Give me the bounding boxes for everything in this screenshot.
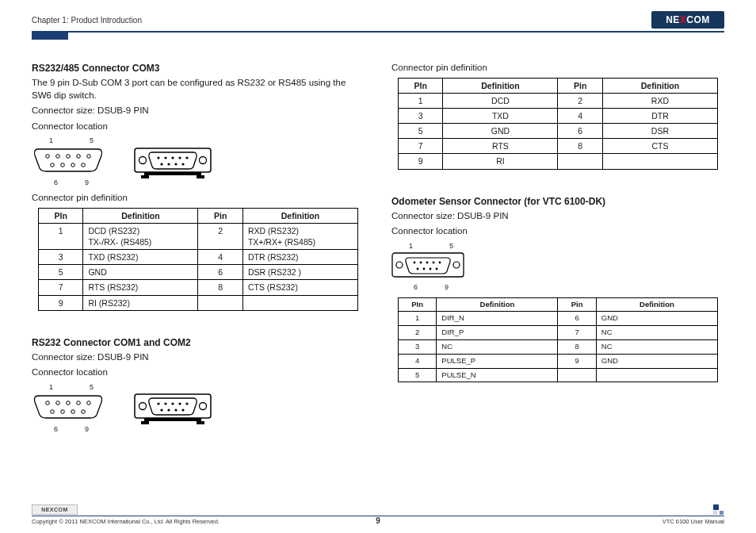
svg-point-40 bbox=[185, 403, 188, 405]
pin-definition-label: Connector pin definition bbox=[32, 192, 365, 205]
svg-point-51 bbox=[414, 262, 416, 264]
table-row: 9RI bbox=[399, 154, 718, 169]
connector-diagram-row: 15 69 bbox=[32, 382, 365, 434]
svg-rect-22 bbox=[141, 175, 149, 178]
svg-point-2 bbox=[67, 155, 71, 159]
svg-point-43 bbox=[174, 409, 177, 412]
nexcom-logo-bottom: NEXCOM bbox=[32, 504, 78, 515]
svg-point-28 bbox=[87, 401, 91, 405]
com1-2-pin-table: PIn Definition Pin Definition 1DCD2RXD 3… bbox=[398, 78, 718, 170]
svg-rect-46 bbox=[141, 421, 149, 424]
svg-rect-45 bbox=[144, 418, 201, 421]
connector-size: Connector size: DSUB-9 PIN bbox=[32, 105, 365, 117]
svg-point-24 bbox=[46, 401, 50, 405]
svg-point-44 bbox=[181, 409, 184, 412]
svg-point-7 bbox=[71, 163, 75, 167]
svg-rect-23 bbox=[197, 175, 204, 178]
table-row: 7RTS (RS232)8CTS (RS232) bbox=[39, 280, 358, 295]
left-column: RS232/485 Connector COM3 The 9 pin D-Sub… bbox=[32, 62, 365, 439]
table-row: 7RTS8CTS bbox=[399, 139, 718, 154]
svg-point-27 bbox=[77, 401, 81, 405]
svg-point-57 bbox=[423, 268, 426, 270]
svg-point-19 bbox=[174, 163, 177, 165]
svg-point-4 bbox=[87, 155, 91, 159]
connector-diagram-row: 15 69 bbox=[391, 241, 724, 293]
table-row: 3TXD4DTR bbox=[399, 108, 718, 123]
svg-point-16 bbox=[185, 156, 188, 159]
db9-panel-icon bbox=[133, 389, 212, 426]
svg-point-36 bbox=[157, 403, 159, 405]
header-accent bbox=[32, 32, 68, 40]
svg-point-38 bbox=[171, 403, 174, 405]
svg-point-30 bbox=[61, 410, 65, 414]
table-row: 1DCD (RS232) TX-/RX- (RS485)2RXD (RS232)… bbox=[39, 223, 358, 249]
svg-point-15 bbox=[178, 156, 181, 159]
odometer-pin-table: PIn Definition Pin Definition 1DIR_N6GND… bbox=[398, 297, 718, 383]
table-row: 5PULSE_N bbox=[399, 368, 718, 382]
doc-title: VTC 6100 User Manual bbox=[662, 518, 724, 525]
pin-definition-label: Connector pin definition bbox=[391, 62, 724, 75]
svg-point-14 bbox=[171, 156, 174, 159]
connector-size: Connector size: DSUB-9 PIN bbox=[32, 351, 365, 364]
svg-point-52 bbox=[420, 262, 422, 264]
svg-point-37 bbox=[164, 403, 166, 405]
svg-point-8 bbox=[82, 163, 86, 167]
svg-point-13 bbox=[164, 156, 166, 159]
svg-point-3 bbox=[77, 155, 81, 159]
nexcom-logo-top: NEXCOM bbox=[651, 11, 724, 29]
connector-location-label: Connector location bbox=[391, 225, 724, 238]
section-desc: The 9 pin D-Sub COM 3 port can be config… bbox=[32, 77, 365, 102]
db9-outline-icon: 15 69 bbox=[32, 382, 111, 434]
table-row: 1DCD2RXD bbox=[399, 93, 718, 108]
connector-location-label: Connector location bbox=[32, 121, 365, 133]
db9-panel-icon bbox=[133, 144, 212, 180]
svg-point-58 bbox=[430, 268, 432, 270]
db9-panel-small-icon bbox=[391, 251, 464, 278]
svg-point-49 bbox=[396, 262, 403, 268]
svg-point-42 bbox=[167, 409, 170, 412]
svg-point-5 bbox=[51, 163, 55, 167]
svg-point-6 bbox=[61, 163, 65, 167]
svg-point-12 bbox=[157, 156, 159, 159]
svg-point-50 bbox=[453, 262, 460, 268]
table-row: 9RI (RS232) bbox=[39, 295, 358, 310]
svg-point-54 bbox=[433, 262, 435, 264]
svg-point-11 bbox=[200, 156, 207, 163]
connector-diagram-row: 15 69 bbox=[32, 136, 365, 187]
content-columns: RS232/485 Connector COM3 The 9 pin D-Sub… bbox=[32, 62, 724, 439]
chapter-title: Chapter 1: Product Introduction bbox=[32, 16, 142, 25]
com3-pin-table: PIn Definition Pin Definition 1DCD (RS23… bbox=[38, 208, 358, 311]
section-title: Odometer Sensor Connector (for VTC 6100-… bbox=[391, 195, 724, 208]
table-row: 1DIR_N6GND bbox=[399, 312, 718, 326]
svg-point-35 bbox=[200, 403, 207, 410]
svg-point-55 bbox=[439, 262, 441, 264]
table-row: 4PULSE_P9GND bbox=[399, 354, 718, 368]
db9-outline-icon: 15 69 bbox=[32, 136, 111, 187]
right-column: Connector pin definition PIn Definition … bbox=[391, 62, 724, 439]
db9-outline-icon: 15 69 bbox=[391, 241, 471, 293]
svg-point-29 bbox=[51, 410, 55, 414]
svg-point-56 bbox=[417, 268, 419, 270]
connector-location-label: Connector location bbox=[32, 366, 365, 379]
db9-female-icon bbox=[32, 146, 105, 173]
section-title: RS232 Connector COM1 and COM2 bbox=[32, 336, 365, 349]
table-row: 2DIR_P7NC bbox=[399, 326, 718, 340]
page-footer: NEXCOM Copyright © 2011 NEXCOM Internati… bbox=[32, 504, 724, 525]
svg-point-26 bbox=[67, 401, 71, 405]
svg-point-32 bbox=[82, 410, 86, 414]
svg-point-34 bbox=[139, 403, 147, 410]
svg-point-10 bbox=[139, 156, 147, 163]
svg-point-17 bbox=[160, 163, 162, 165]
db9-female-icon bbox=[32, 393, 105, 420]
svg-point-39 bbox=[178, 403, 181, 405]
svg-point-0 bbox=[46, 155, 50, 159]
svg-point-53 bbox=[426, 262, 429, 264]
svg-rect-47 bbox=[197, 421, 204, 424]
svg-point-59 bbox=[436, 268, 438, 270]
svg-point-41 bbox=[160, 409, 162, 412]
svg-point-31 bbox=[71, 410, 75, 414]
connector-size: Connector size: DSUB-9 PIN bbox=[391, 210, 724, 223]
table-row: 3NC8NC bbox=[399, 340, 718, 355]
table-row: 3TXD (RS232)4DTR (RS232) bbox=[39, 250, 358, 265]
svg-point-1 bbox=[56, 155, 60, 159]
